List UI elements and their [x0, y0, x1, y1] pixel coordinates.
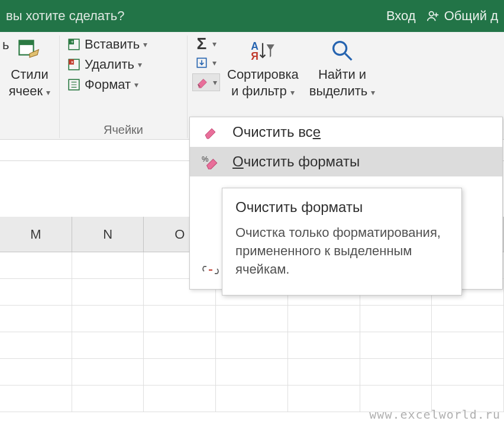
find-select-label: Найти ивыделить ▾: [309, 66, 376, 99]
svg-rect-2: [19, 40, 33, 45]
insert-label: Вставить: [85, 37, 140, 52]
cell[interactable]: [0, 386, 72, 412]
format-label: Формат: [85, 77, 131, 92]
clear-all-label: Очистить все: [232, 124, 321, 140]
col-head-n[interactable]: N: [72, 217, 144, 252]
cell[interactable]: [72, 252, 144, 278]
cell[interactable]: [216, 386, 288, 412]
cell-styles-button[interactable]: ь Стилиячеек ▾: [5, 34, 54, 101]
chevron-down-icon: ▾: [212, 58, 217, 68]
delete-cells-icon: ×: [67, 57, 81, 72]
cell[interactable]: [72, 359, 144, 385]
cell[interactable]: [0, 306, 72, 332]
cell[interactable]: [72, 332, 144, 358]
cell[interactable]: [360, 306, 432, 332]
sort-filter-icon: А Я: [248, 37, 277, 65]
fill-button[interactable]: ▾: [192, 54, 220, 71]
tooltip: Очистить форматы Очистка только форматир…: [222, 188, 462, 295]
fill-down-icon: [195, 56, 209, 70]
partial-text: ь: [2, 37, 9, 53]
table-row: [0, 332, 504, 359]
autosum-button[interactable]: Σ ▾: [192, 36, 220, 52]
cell[interactable]: [288, 332, 360, 358]
cell[interactable]: [0, 359, 72, 385]
cell[interactable]: [432, 332, 504, 358]
cell[interactable]: [216, 306, 288, 332]
tooltip-title: Очистить форматы: [235, 199, 448, 216]
chevron-down-icon: ▾: [134, 80, 138, 89]
table-row: [0, 359, 504, 386]
cell[interactable]: [432, 359, 504, 385]
share-label: Общий д: [444, 8, 498, 24]
chevron-down-icon: ▾: [212, 39, 217, 49]
delete-label: Удалить: [85, 57, 134, 72]
cell[interactable]: [288, 359, 360, 385]
svg-text:Я: Я: [251, 50, 259, 62]
cell[interactable]: [72, 386, 144, 412]
titlebar: вы хотите сделать? Вход Общий д: [0, 0, 504, 32]
eraser-icon: [202, 123, 219, 141]
cell[interactable]: [72, 279, 144, 305]
cell[interactable]: [144, 386, 216, 412]
svg-point-0: [429, 12, 433, 16]
chevron-down-icon: ▾: [138, 60, 142, 69]
clear-formats-item[interactable]: % Очистить форматы: [190, 147, 502, 176]
cell[interactable]: [288, 386, 360, 412]
sort-filter-label: Сортировкаи фильтр ▾: [227, 66, 299, 99]
chevron-down-icon: ▾: [213, 78, 217, 87]
cells-group: + Вставить ▾ × Удалить ▾ Формат ▾ Ячейки: [60, 32, 187, 139]
clear-button[interactable]: ▾: [192, 73, 220, 91]
clear-formats-label: Очистить форматы: [232, 153, 360, 170]
sigma-icon: Σ: [195, 37, 209, 51]
chevron-down-icon: ▾: [143, 40, 147, 49]
cell[interactable]: [72, 306, 144, 332]
cell[interactable]: [0, 332, 72, 358]
cell[interactable]: [144, 332, 216, 358]
col-head-m[interactable]: M: [0, 217, 72, 252]
watermark: www.excelworld.ru: [369, 407, 500, 422]
tooltip-body: Очистка только форматирования, примененн…: [235, 224, 448, 278]
cell-styles-icon: [15, 37, 44, 65]
cell[interactable]: [0, 279, 72, 305]
insert-button[interactable]: + Вставить ▾: [64, 34, 182, 54]
table-row: [0, 306, 504, 332]
magnifier-icon: [328, 37, 357, 65]
cell[interactable]: [216, 359, 288, 385]
insert-cells-icon: +: [67, 37, 81, 52]
svg-text:+: +: [71, 39, 74, 45]
svg-point-13: [333, 42, 346, 55]
svg-text:%: %: [202, 155, 208, 163]
cell[interactable]: [360, 332, 432, 358]
cell[interactable]: [0, 252, 72, 278]
share-button[interactable]: Общий д: [427, 8, 498, 24]
share-person-icon: [427, 9, 440, 23]
svg-text:×: ×: [71, 59, 74, 65]
eraser-percent-icon: %: [202, 153, 219, 171]
cell[interactable]: [144, 359, 216, 385]
cells-group-label: Ячейки: [60, 123, 187, 137]
clear-all-item[interactable]: Очистить все: [190, 117, 502, 147]
cell[interactable]: [432, 306, 504, 332]
hyperlink-broken-icon: [202, 263, 219, 277]
delete-button[interactable]: × Удалить ▾: [64, 54, 182, 75]
login-link[interactable]: Вход: [386, 8, 416, 24]
cell[interactable]: [144, 306, 216, 332]
tell-me-text[interactable]: вы хотите сделать?: [6, 8, 386, 24]
styles-group: ь Стилиячеек ▾: [0, 32, 59, 139]
cell[interactable]: [360, 359, 432, 385]
format-button[interactable]: Формат ▾: [64, 75, 182, 95]
eraser-icon: [195, 75, 209, 89]
cell-styles-label: Стилиячеек ▾: [9, 66, 51, 99]
cell[interactable]: [288, 306, 360, 332]
format-cells-icon: [67, 78, 81, 92]
cell[interactable]: [216, 332, 288, 358]
